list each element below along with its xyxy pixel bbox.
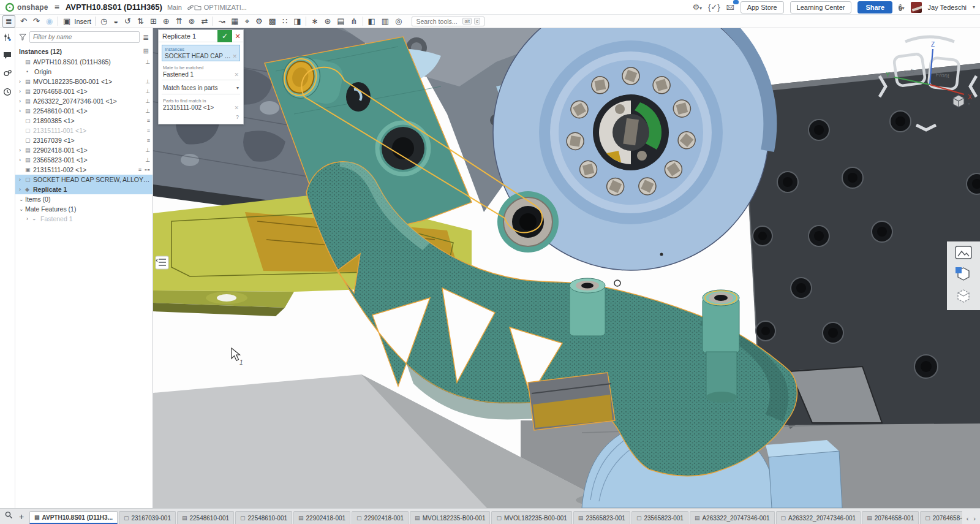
section-view-icon[interactable]: ◧	[367, 16, 377, 27]
collapsed-feature-list-icon[interactable]	[156, 256, 168, 269]
in-context-icon[interactable]: ⌖	[244, 16, 251, 27]
user-avatar[interactable]	[911, 2, 922, 13]
notifications-icon[interactable]: 🖂	[726, 2, 734, 12]
chevron-right-icon[interactable]: ›	[19, 98, 25, 104]
appearance-icon[interactable]: ◨	[292, 16, 302, 27]
standoff-cylinder-left[interactable]	[570, 278, 605, 336]
branch-label[interactable]: Main	[167, 4, 182, 11]
tree-row-subassembly[interactable]: › ▤ 20764658-001 <1> ⊥	[15, 86, 153, 96]
dialog-close-button[interactable]: ✕	[232, 30, 243, 42]
search-tools-input[interactable]	[416, 18, 460, 25]
dialog-help-icon[interactable]: ?	[162, 114, 240, 120]
isometric-cube-icon[interactable]	[953, 95, 964, 107]
dialog-accept-button[interactable]: ✓	[217, 30, 232, 42]
filter-by-name-input[interactable]	[29, 31, 140, 43]
pin-slot-mate-icon[interactable]: ⇈	[175, 16, 184, 27]
simulation-icon[interactable]: ⊛	[323, 16, 332, 27]
mate-to-match-field[interactable]: Mate to be matched Fastened 1 ✕	[162, 64, 240, 80]
tab-manager-icon[interactable]	[2, 511, 15, 523]
panel-options-icon[interactable]: ≣	[143, 33, 149, 42]
chevron-right-icon[interactable]: ›	[19, 186, 25, 192]
add-tab-button[interactable]: +	[16, 511, 27, 522]
tree-row-subassembly[interactable]: › ▤ A263322_20747346-001 <1> ⊥	[15, 96, 153, 106]
app-store-button[interactable]: App Store	[741, 1, 784, 13]
clear-field-icon[interactable]: ✕	[234, 105, 239, 111]
tree-row-part[interactable]: ▣ 21315111-002 <1> ≡ ⊶	[15, 165, 153, 175]
debug-icon[interactable]: ⚙▾	[692, 2, 702, 12]
drawing-icon[interactable]: ▥	[380, 16, 390, 27]
custom-features-panel-icon[interactable]	[3, 69, 12, 78]
tree-row-part[interactable]: ▢ 23167039 <1> ≡	[15, 135, 153, 145]
viewport-3d[interactable]: 1 Left Front Z Y X ▾	[153, 28, 980, 508]
configurations-panel-icon[interactable]	[3, 33, 12, 42]
share-button[interactable]: Share	[858, 1, 892, 13]
configurations-icon[interactable]: ∗	[310, 16, 319, 27]
tab-part-studio[interactable]: ▢23565823-001	[631, 511, 688, 524]
tree-section-mate-features[interactable]: ⌄ Mate Features (1)	[15, 204, 153, 214]
tabs-scroll-right-icon[interactable]: ›	[971, 515, 978, 522]
tab-assembly-active[interactable]: ▤AVPTH10.8S01 (D11H3...	[29, 511, 118, 524]
view-menu-caret-icon[interactable]: ▾	[968, 101, 970, 107]
code-check-icon[interactable]: {✓}	[708, 2, 720, 12]
group-icon[interactable]: ▦	[230, 16, 239, 27]
feature-list-toggle-icon[interactable]: ≣	[2, 15, 15, 28]
tab-assembly[interactable]: ▤22902418-001	[293, 511, 350, 524]
versions-history-panel-icon[interactable]	[3, 88, 12, 96]
mate-relations-icon[interactable]: ⚙	[254, 16, 264, 27]
chevron-down-icon[interactable]: ⌄	[19, 196, 25, 202]
user-menu-caret-icon[interactable]: ▾	[973, 4, 975, 10]
tree-row-root-assembly[interactable]: ▤ AVPTH10.8S01 (D11H365) ⊥	[15, 57, 153, 67]
tree-row-selected-screw[interactable]: › ▢ SOCKET HEAD CAP SCREW, ALLOY STEEL, …	[15, 175, 153, 184]
tab-part-studio[interactable]: ▢23167039-001	[119, 511, 176, 524]
revolute-mate-icon[interactable]: ↺	[123, 16, 132, 27]
onshape-logo-icon[interactable]	[5, 2, 15, 12]
insert-button[interactable]: ▣ Insert	[62, 16, 91, 27]
ball-mate-icon[interactable]: ⊚	[187, 16, 197, 27]
slider-mate-icon[interactable]: ⇅	[136, 16, 145, 27]
tabs-scroll-left-icon[interactable]: ‹	[965, 515, 971, 522]
parallel-mate-icon[interactable]: ⇄	[200, 16, 209, 27]
standoff-cylinder-right[interactable]	[703, 290, 739, 403]
undo-icon[interactable]: ↶	[19, 16, 28, 27]
tab-assembly[interactable]: ▤22548610-001	[177, 511, 234, 524]
screw-bore[interactable]	[346, 82, 371, 112]
cylindrical-mate-icon[interactable]: ⊕	[162, 16, 171, 27]
chevron-down-icon[interactable]: ⌄	[19, 206, 25, 212]
tangent-mate-icon[interactable]: ↝	[217, 16, 226, 27]
folder-breadcrumb[interactable]: OPTIMIZATI...	[194, 4, 247, 11]
scene-settings-icon[interactable]	[956, 246, 971, 259]
tab-part-studio[interactable]: ▢A263322_20747346-001	[776, 511, 861, 524]
learning-center-button[interactable]: Learning Center	[790, 1, 852, 13]
tree-row-replicate-feature[interactable]: › ◆ Replicate 1	[15, 184, 153, 194]
tree-row-subassembly[interactable]: › ▤ 22902418-001 <1> ⊥	[15, 145, 153, 155]
mate-connector-icon[interactable]: ◷	[99, 16, 108, 27]
tab-assembly[interactable]: ▤23565823-001	[573, 511, 630, 524]
tab-assembly[interactable]: ▤A263322_20747346-001	[690, 511, 775, 524]
document-menu-icon[interactable]: ≡	[55, 2, 59, 12]
pattern-icon[interactable]: ∷	[281, 16, 288, 27]
comments-panel-icon[interactable]	[3, 51, 12, 59]
tree-row-subassembly[interactable]: › ▤ 23565823-001 <1> ⊥	[15, 155, 153, 165]
measure-icon[interactable]: ◎	[394, 16, 403, 27]
match-faces-dropdown[interactable]: Match faces in parts ▾	[162, 83, 240, 94]
chevron-right-icon[interactable]: ›	[19, 108, 25, 114]
chevron-right-icon[interactable]: ›	[19, 78, 25, 85]
parts-to-match-field[interactable]: Parts to find match in 21315111-002 <1> …	[162, 97, 240, 113]
tree-row-subassembly[interactable]: › ▤ MVOL182235-B00-001 <1> ⊥	[15, 77, 153, 86]
tree-row-part[interactable]: ▢ 21890385 <1> ≡	[15, 116, 153, 126]
clear-field-icon[interactable]: ✕	[234, 72, 239, 78]
tree-row-fastened-mate[interactable]: › ◒ Fastened 1	[15, 214, 153, 224]
tab-part-studio[interactable]: ▢20764658-001	[920, 511, 962, 524]
bom-table-icon[interactable]: ▤	[336, 16, 345, 27]
user-name[interactable]: Jay Tedeschi	[928, 4, 967, 11]
fastened-mate-icon[interactable]: ◒	[112, 16, 119, 27]
tree-row-origin[interactable]: • Origin	[15, 67, 153, 77]
new-folder-icon[interactable]: ⊞	[143, 47, 149, 55]
tree-row-part-suppressed[interactable]: ▢ 21315111-001 <1> ≡	[15, 126, 153, 135]
exploded-view-icon[interactable]: ⋔	[350, 16, 359, 27]
chevron-right-icon[interactable]: ›	[19, 88, 25, 94]
search-tools-box[interactable]: alt c	[412, 17, 484, 26]
tab-part-studio[interactable]: ▢MVOL182235-B00-001	[491, 511, 571, 524]
chevron-right-icon[interactable]: ›	[26, 216, 32, 222]
planar-mate-icon[interactable]: ⊞	[149, 16, 158, 27]
